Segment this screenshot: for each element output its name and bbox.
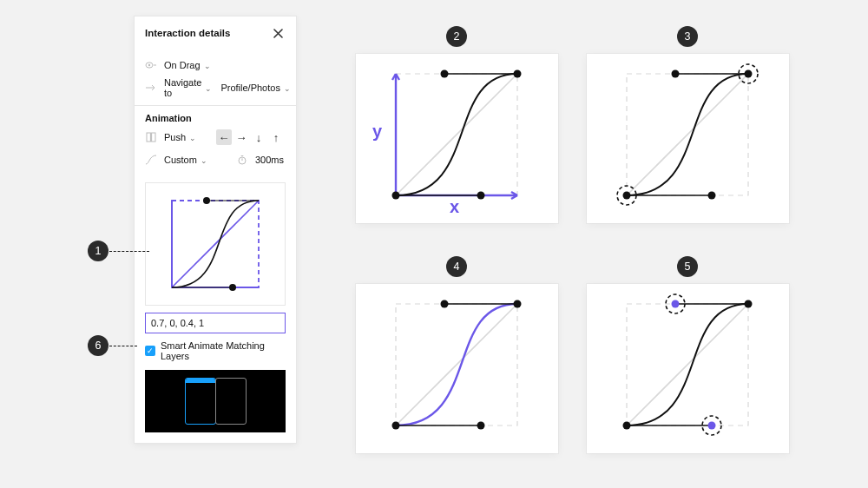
transition-label: Push <box>164 132 186 142</box>
preview-frame-source <box>185 378 216 425</box>
on-drag-icon <box>145 61 157 69</box>
svg-point-14 <box>623 192 631 200</box>
annotation-6-connector <box>109 346 137 346</box>
svg-point-21 <box>477 422 485 430</box>
direction-up-button[interactable]: ↑ <box>268 129 284 145</box>
action-target-dropdown[interactable]: Profile/Photos ⌄ <box>219 81 292 95</box>
annotation-1: 1 <box>88 241 108 261</box>
annotation-1-connector <box>109 251 149 252</box>
navigate-icon <box>145 83 157 92</box>
trigger-label: On Drag <box>164 60 201 70</box>
axis-y-label: y <box>372 122 382 142</box>
svg-point-28 <box>708 422 716 430</box>
animation-section-title: Animation <box>135 106 296 127</box>
close-icon <box>273 29 283 38</box>
panel-header: Interaction details <box>135 16 296 48</box>
trigger-section: On Drag ⌄ Navigate to ⌄ Profile/Photos ⌄ <box>135 48 296 106</box>
svg-point-15 <box>745 70 753 78</box>
action-target-label: Profile/Photos <box>220 82 279 93</box>
duration-icon <box>236 155 248 165</box>
bezier-curve-editor[interactable] <box>145 182 286 306</box>
annotation-5: 5 <box>677 256 698 277</box>
annotation-3: 3 <box>677 26 698 47</box>
easing-dropdown[interactable]: Custom ⌄ <box>162 153 209 167</box>
svg-rect-2 <box>147 133 150 142</box>
chevron-down-icon: ⌄ <box>284 84 291 93</box>
annotation-6: 6 <box>88 335 108 356</box>
direction-left-button[interactable]: ← <box>216 129 232 145</box>
panel-title: Interaction details <box>145 28 230 38</box>
svg-point-8 <box>514 70 522 78</box>
chevron-down-icon: ⌄ <box>189 134 196 142</box>
bezier-step-3-tile <box>587 54 789 223</box>
chevron-down-icon: ⌄ <box>201 156 207 165</box>
svg-point-22 <box>441 300 449 308</box>
bezier-handle-p1[interactable] <box>229 284 236 291</box>
bezier-values-text: 0.7, 0, 0.4, 1 <box>151 318 204 328</box>
chevron-down-icon: ⌄ <box>205 84 212 93</box>
svg-point-29 <box>672 300 680 308</box>
bezier-step-5-tile <box>587 284 789 453</box>
smart-animate-row: ✓ Smart Animate Matching Layers <box>145 340 286 361</box>
smart-animate-checkbox[interactable]: ✓ <box>145 346 155 356</box>
easing-icon <box>145 155 157 165</box>
action-type-dropdown[interactable]: Navigate to ⌄ <box>162 76 214 100</box>
annotation-4: 4 <box>446 256 467 277</box>
svg-point-20 <box>514 300 522 308</box>
svg-point-19 <box>392 422 400 430</box>
svg-point-16 <box>708 192 716 200</box>
bezier-curve-editor-canvas <box>163 192 267 296</box>
bezier-step-4-tile <box>356 284 558 453</box>
action-type-label: Navigate to <box>164 77 201 98</box>
svg-point-10 <box>441 70 449 78</box>
direction-down-button[interactable]: ↓ <box>251 129 266 145</box>
annotation-2: 2 <box>446 26 467 47</box>
svg-point-17 <box>672 70 680 78</box>
push-icon <box>145 132 157 142</box>
interaction-details-panel: Interaction details On Drag ⌄ Navigate t… <box>134 16 297 444</box>
svg-point-24 <box>623 422 631 430</box>
duration-label: 300ms <box>255 155 284 165</box>
svg-rect-3 <box>152 133 155 142</box>
chevron-down-icon: ⌄ <box>204 62 211 70</box>
svg-point-9 <box>477 192 485 200</box>
direction-right-button[interactable]: → <box>233 129 249 145</box>
preview-frame-target <box>215 378 247 425</box>
bezier-step-2-tile: y x <box>356 54 558 223</box>
transition-dropdown[interactable]: Push ⌄ <box>162 130 198 144</box>
transition-preview <box>145 370 286 432</box>
bezier-values-input[interactable]: 0.7, 0, 0.4, 1 <box>145 313 286 333</box>
close-button[interactable] <box>270 25 286 41</box>
svg-point-1 <box>148 64 150 66</box>
animation-section: Push ⌄ ← → ↓ ↑ Custom ⌄ 300ms <box>135 127 296 177</box>
smart-animate-label: Smart Animate Matching Layers <box>161 340 286 361</box>
svg-point-7 <box>392 192 400 200</box>
axis-x-label: x <box>450 197 459 217</box>
duration-field[interactable]: 300ms <box>253 153 286 167</box>
bezier-handle-p2[interactable] <box>203 197 210 204</box>
trigger-dropdown[interactable]: On Drag ⌄ <box>162 58 213 72</box>
svg-point-25 <box>745 300 753 308</box>
easing-label: Custom <box>164 155 197 165</box>
